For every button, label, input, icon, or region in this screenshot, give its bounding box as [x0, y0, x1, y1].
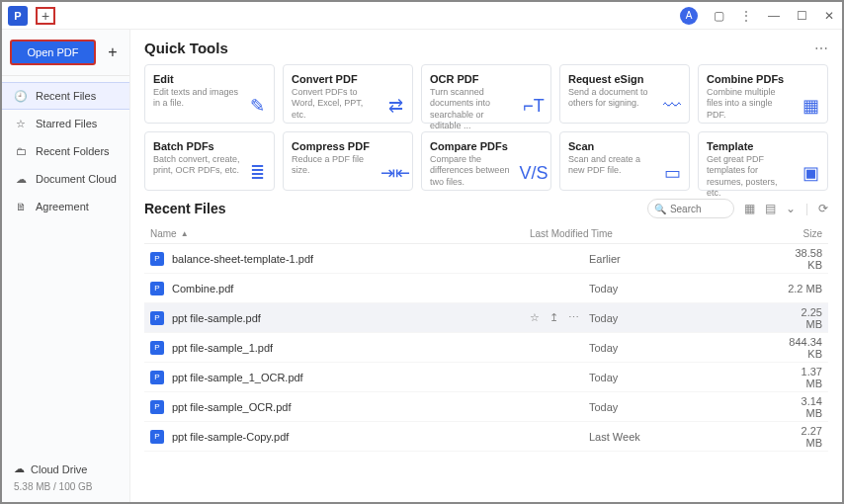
file-row[interactable]: P ppt file-sample_OCR.pdf ☆ ↥ ⋯ Today 3.… [144, 392, 828, 422]
add-button[interactable]: + [104, 43, 122, 61]
open-pdf-button[interactable]: Open PDF [10, 40, 96, 65]
grid-view-icon[interactable]: ▤ [765, 202, 776, 215]
file-row[interactable]: P balance-sheet-template-1.pdf ☆ ↥ ⋯ Ear… [144, 244, 828, 274]
tool-convert-pdf[interactable]: Convert PDFConvert PDFs to Word, Excel, … [283, 64, 413, 124]
template-icon: ▣ [800, 162, 821, 184]
column-modified[interactable]: Last Modified Time [530, 228, 727, 239]
tool-title: Compare PDFs [430, 140, 543, 152]
chat-icon[interactable]: ▢ [712, 9, 725, 23]
recent-files-title: Recent Files [144, 201, 225, 216]
quick-tools-more[interactable]: ⋯ [814, 41, 828, 56]
pdf-file-icon: P [150, 430, 164, 444]
tool-title: Compress PDF [292, 140, 404, 152]
tool-title: Scan [568, 140, 681, 152]
edit-icon: ✎ [246, 95, 268, 117]
file-modified: Today [589, 401, 787, 413]
tool-batch-pdfs[interactable]: Batch PDFsBatch convert, create, print, … [144, 131, 275, 191]
file-row[interactable]: P ppt file-sample_1.pdf ☆ ↥ ⋯ Today 844.… [144, 333, 828, 363]
convert-icon: ⇄ [384, 95, 406, 117]
column-name[interactable]: Name▲ [150, 228, 530, 239]
tool-compress-pdf[interactable]: Compress PDFReduce a PDF file size.⇥⇤ [283, 131, 413, 191]
sidebar-item-recent-folders[interactable]: 🗀Recent Folders [2, 137, 129, 165]
compare-icon: V/S [523, 162, 545, 184]
sidebar-item-recent-files[interactable]: 🕘Recent Files [2, 82, 129, 110]
divider [2, 75, 129, 76]
refresh-icon[interactable]: ⟳ [818, 202, 828, 215]
file-name: ppt file-sample_1_OCR.pdf [172, 372, 530, 383]
file-size: 2.27 MB [787, 425, 822, 449]
sidebar-item-label: Document Cloud [36, 173, 117, 185]
file-row[interactable]: P ppt file-sample_1_OCR.pdf ☆ ↥ ⋯ Today … [144, 363, 828, 392]
file-name: balance-sheet-template-1.pdf [172, 253, 530, 265]
tool-title: OCR PDF [430, 73, 543, 85]
file-size: 2.25 MB [787, 306, 822, 330]
file-modified: Earlier [589, 253, 787, 265]
tool-compare-pdfs[interactable]: Compare PDFsCompare the differences betw… [421, 131, 551, 191]
pdf-file-icon: P [150, 371, 164, 384]
tool-request-esign[interactable]: Request eSignSend a document to others f… [559, 64, 690, 124]
cloud-drive[interactable]: ☁ Cloud Drive [14, 462, 118, 475]
tool-edit[interactable]: EditEdit texts and images in a file.✎ [144, 64, 275, 124]
maximize-button[interactable]: ☐ [795, 9, 808, 23]
file-row[interactable]: P ppt file-sample.pdf ☆ ↥ ⋯ Today 2.25 M… [144, 303, 828, 333]
sidebar-item-document-cloud[interactable]: ☁Document Cloud [2, 165, 129, 193]
batch-icon: ≣ [246, 162, 268, 184]
pdf-file-icon: P [150, 341, 164, 355]
new-tab-button[interactable]: + [36, 7, 55, 25]
close-button[interactable]: ✕ [822, 9, 836, 23]
file-size: 1.37 MB [787, 366, 822, 389]
file-size: 2.2 MB [787, 283, 822, 294]
doc-icon: 🗎 [14, 201, 28, 212]
sidebar-item-label: Agreement [36, 201, 89, 212]
titlebar: P + A ▢ ⋮ — ☐ ✕ [2, 2, 842, 30]
list-view-icon[interactable]: ▦ [744, 202, 755, 215]
star-icon[interactable]: ☆ [530, 311, 540, 324]
cloud-icon: ☁ [14, 173, 28, 186]
file-name: ppt file-sample-Copy.pdf [172, 431, 530, 443]
sidebar-item-label: Recent Files [36, 90, 96, 102]
file-name: ppt file-sample_OCR.pdf [172, 401, 530, 413]
divider: | [805, 202, 808, 215]
table-header: Name▲ Last Modified Time Size [144, 224, 828, 244]
tool-title: Request eSign [568, 73, 681, 85]
app-icon: P [8, 6, 28, 26]
sidebar-item-agreement[interactable]: 🗎Agreement [2, 193, 129, 220]
file-size: 3.14 MB [787, 395, 822, 419]
file-modified: Today [589, 342, 787, 354]
tool-title: Convert PDF [292, 73, 404, 85]
filter-icon[interactable]: ⌄ [786, 202, 796, 215]
clock-icon: 🕘 [14, 90, 28, 103]
tool-title: Edit [153, 73, 266, 85]
upload-icon[interactable]: ↥ [549, 311, 558, 324]
tool-template[interactable]: TemplateGet great PDF templates for resu… [698, 131, 828, 191]
file-row[interactable]: P Combine.pdf ☆ ↥ ⋯ Today 2.2 MB [144, 274, 828, 303]
tool-combine-pdfs[interactable]: Combine PDFsCombine multiple files into … [698, 64, 828, 124]
sidebar-item-label: Recent Folders [36, 145, 110, 157]
pdf-file-icon: P [150, 400, 164, 414]
cloud-drive-label: Cloud Drive [31, 463, 87, 475]
quick-tools-title: Quick Tools [144, 40, 228, 56]
tool-ocr-pdf[interactable]: OCR PDFTurn scanned documents into searc… [421, 64, 551, 124]
menu-kebab[interactable]: ⋮ [739, 8, 753, 24]
avatar[interactable]: A [680, 7, 698, 25]
pdf-file-icon: P [150, 282, 164, 295]
ocr-icon: ⌐T [523, 95, 545, 117]
pdf-file-icon: P [150, 252, 164, 266]
file-modified: Today [589, 283, 787, 294]
file-row[interactable]: P ppt file-sample-Copy.pdf ☆ ↥ ⋯ Last We… [144, 422, 828, 452]
file-size: 38.58 KB [787, 247, 822, 271]
combine-icon: ▦ [800, 95, 821, 117]
search-box[interactable]: 🔍 [647, 199, 734, 218]
search-input[interactable] [670, 204, 729, 214]
sidebar: Open PDF + 🕘Recent Files☆Starred Files🗀R… [2, 30, 130, 502]
column-size[interactable]: Size [727, 228, 822, 239]
sidebar-item-starred-files[interactable]: ☆Starred Files [2, 110, 129, 137]
minimize-button[interactable]: — [767, 9, 781, 23]
scan-icon: ▭ [661, 162, 683, 184]
more-icon[interactable]: ⋯ [568, 311, 579, 324]
file-modified: Today [589, 312, 787, 324]
tool-scan[interactable]: ScanScan and create a new PDF file.▭ [559, 131, 690, 191]
star-icon: ☆ [14, 118, 28, 130]
cloud-usage: 5.38 MB / 100 GB [14, 481, 118, 492]
file-modified: Last Week [589, 431, 787, 443]
